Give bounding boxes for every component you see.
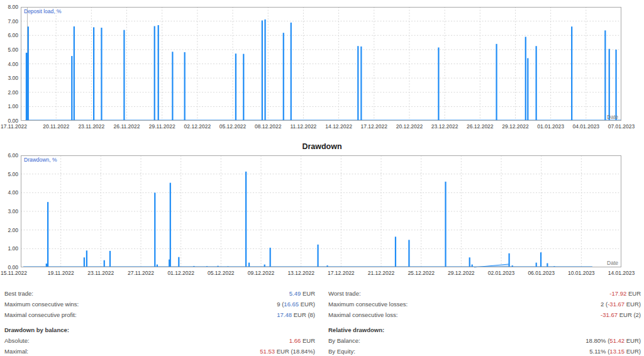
x-tick-label: 11.12.2022 [290,123,316,130]
stat-label: Maximum consecutive losses: [328,301,408,308]
data-spike [248,263,250,267]
stat-value-part: 17.48 [277,311,292,318]
data-spike [101,28,102,121]
x-tick-label: 26.11.2022 [114,123,140,130]
stat-row: Maximal:51.53 EUR (18.84%) [4,346,315,356]
stat-value: 18.80% (51.42 EUR) [586,337,641,344]
data-spike [243,54,244,121]
x-tick-label: 17.12.2022 [360,123,387,130]
data-spike [262,20,263,121]
stat-value-part: EUR [301,337,315,344]
stat-value-part: 5.11% ( [589,348,609,355]
data-spike [154,192,155,267]
drawdown-legend: Drawdown, % [24,157,57,163]
data-spike [445,182,446,267]
y-tick-label: 1.00 [8,103,18,109]
stat-label: By Equity: [328,348,355,355]
stat-value-part: 51.53 [260,348,275,355]
stat-label: Maximal consecutive profit: [4,311,77,318]
stat-value-part: 51.42 [609,337,625,344]
stat-header-label: Drawdown by balance: [4,326,69,333]
stat-value: 5.11% (13.15 EUR) [589,348,641,355]
data-spike [93,27,94,121]
data-spike [609,49,610,121]
x-tick-label: 15.11.2022 [1,270,27,276]
data-spike [291,23,292,121]
y-tick-label: 3.00 [8,75,18,81]
y-tick-label: 5.00 [8,47,18,53]
data-spike [571,26,572,121]
x-tick-label: 01.01.2023 [537,123,564,130]
x-tick-label: 05.12.2022 [208,270,235,276]
stat-value-part: 18.80% ( [586,337,609,344]
data-spike [615,50,616,121]
data-spike [74,26,75,121]
stat-value: 2 (-31.67 EUR) [601,301,641,308]
stat-value-part: 16.65 [284,301,299,308]
x-tick-label: 23.11.2022 [87,270,114,276]
data-spike [235,53,236,121]
x-tick-label: 04.01.2023 [573,123,600,130]
data-spike [158,25,159,121]
y-tick-label: 7.00 [8,18,18,25]
data-spike [172,52,173,121]
stat-label: Maximal consecutive loss: [328,311,397,318]
data-spike [270,248,271,267]
x-tick-label: 14.01.2023 [608,270,635,276]
stat-header-label: Relative drawdown: [328,326,384,333]
stat-value-part: -31.67 [608,301,625,308]
stat-value-part: EUR [626,290,641,297]
x-tick-label: 20.12.2022 [396,123,423,130]
stat-value-part: EUR) [625,348,641,355]
data-spike [536,46,537,121]
y-tick-label: 6.00 [8,32,18,38]
deposit-load-chart: 8.007.006.005.004.003.002.001.000.0017.1… [0,0,644,135]
stat-row: Absolute:1.66 EUR [4,335,315,346]
stat-row: Maximum consecutive losses:2 (-31.67 EUR… [328,299,641,309]
stat-row: Maximal consecutive profit:17.48 EUR (8) [4,309,315,320]
y-tick-label: 6.00 [8,152,18,159]
stat-value: -17.92 EUR [609,290,641,297]
stat-section-header: Drawdown by balance: [4,325,315,335]
data-spike [109,251,111,267]
stat-value: 17.48 EUR (8) [277,311,315,318]
data-spike [178,257,179,267]
stat-value-part: 1.66 [289,337,301,344]
stat-value-part: EUR (2) [618,311,641,318]
x-tick-label: 02.01.2023 [488,270,515,276]
stat-row: By Equity:5.11% (13.15 EUR) [328,346,641,356]
x-tick-label: 25.12.2022 [408,270,435,276]
data-spike [28,26,29,121]
data-spike [317,245,318,267]
stat-label: Worst trade: [328,290,361,297]
data-spike [536,263,537,267]
data-spike [360,47,362,121]
data-spike [86,250,87,267]
x-tick-label: 06.01.2023 [528,270,555,276]
y-tick-label: 3.00 [8,208,18,214]
data-spike [527,58,528,121]
x-tick-label: 07.01.2023 [608,123,635,130]
stat-value-part: -31.67 [601,311,618,318]
stat-value-part: EUR (8) [292,311,315,318]
stat-row: Best trade:5.49 EUR [4,288,315,299]
x-tick-label: 21.12.2022 [368,270,395,276]
stat-value-part: EUR) [299,301,315,308]
x-tick-label: 01.12.2022 [167,270,194,276]
stats-column-left: Best trade:5.49 EURMaximum consecutive w… [4,288,315,356]
data-spike [283,33,284,121]
x-tick-label: 19.11.2022 [48,270,74,276]
stat-value: -31.67 EUR (2) [601,311,641,318]
x-tick-label: 08.12.2022 [255,123,282,130]
data-spike [408,240,409,267]
x-tick-label: 13.12.2022 [287,270,314,276]
stat-value: 1.66 EUR [289,337,315,344]
stat-label: Best trade: [4,290,33,297]
stat-value-part: 9 ( [277,301,284,308]
stat-value: 9 (16.65 EUR) [277,301,315,308]
data-spike [496,44,497,121]
stat-label: By Balance: [328,337,360,344]
data-spike [540,252,541,267]
y-tick-label: 5.00 [8,171,18,177]
x-tick-label: 23.11.2022 [78,123,104,130]
